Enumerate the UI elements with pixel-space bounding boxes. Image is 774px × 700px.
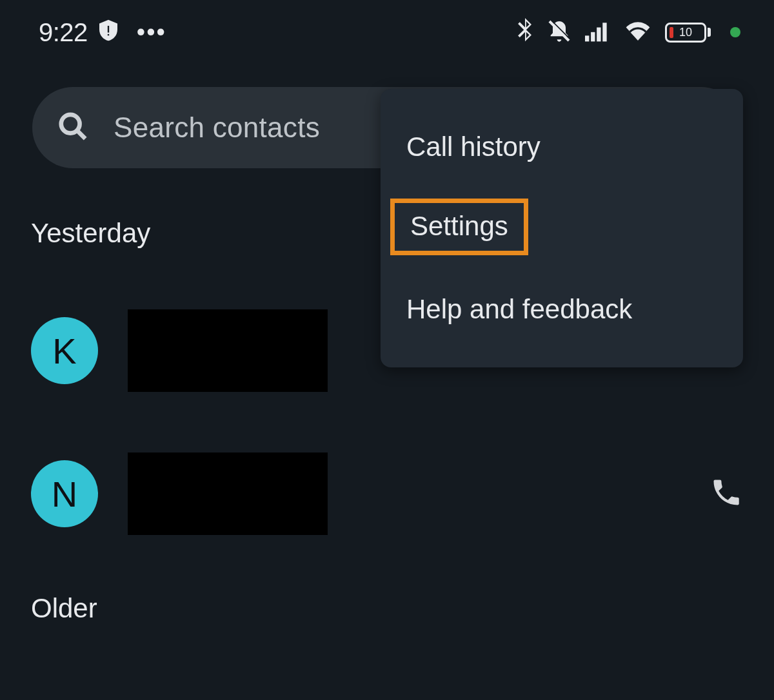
status-bar: 9:22 ••• 10 (0, 0, 774, 64)
svg-rect-5 (591, 32, 595, 42)
highlight-annotation: Settings (390, 199, 528, 255)
section-header-older: Older (31, 593, 97, 624)
svg-rect-6 (597, 28, 600, 42)
svg-rect-0 (108, 26, 109, 33)
dnd-off-icon (546, 18, 572, 46)
menu-item-settings[interactable]: Settings (381, 187, 743, 269)
status-time: 9:22 (39, 18, 88, 47)
phone-icon[interactable] (710, 476, 743, 512)
svg-point-8 (61, 115, 80, 133)
status-left: 9:22 ••• (39, 18, 166, 47)
status-right: 10 (517, 18, 740, 46)
section-header-yesterday: Yesterday (31, 218, 150, 249)
wifi-icon (624, 20, 652, 44)
contact-name-redacted (128, 452, 328, 535)
battery-icon: 10 (665, 23, 711, 43)
signal-icon (585, 20, 611, 44)
contact-row[interactable]: N (31, 452, 743, 535)
search-icon (58, 112, 88, 144)
camera-mic-indicator-icon (730, 27, 740, 37)
menu-item-help[interactable]: Help and feedback (381, 269, 743, 349)
contact-avatar: N (31, 460, 98, 527)
menu-item-call-history[interactable]: Call history (381, 107, 743, 187)
svg-rect-4 (585, 35, 589, 41)
shield-icon (99, 18, 117, 47)
bluetooth-icon (517, 18, 533, 46)
svg-line-9 (78, 131, 86, 139)
svg-rect-7 (602, 23, 606, 41)
overflow-menu: Call history Settings Help and feedback (381, 89, 743, 367)
search-placeholder: Search contacts (114, 112, 320, 144)
svg-rect-1 (108, 34, 109, 35)
contact-name-redacted (128, 309, 328, 392)
battery-level: 10 (679, 26, 692, 39)
contact-avatar: K (31, 317, 98, 384)
more-icon: ••• (137, 19, 166, 46)
